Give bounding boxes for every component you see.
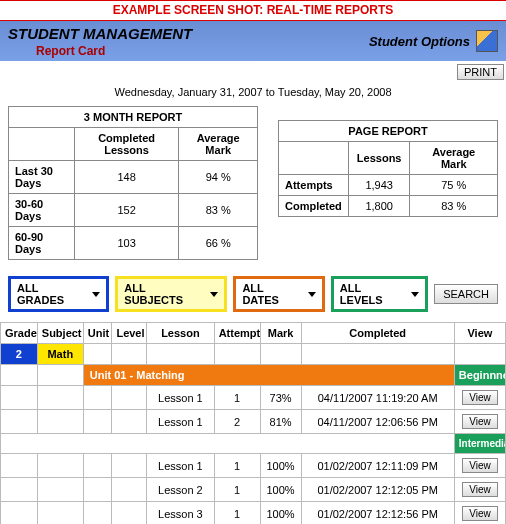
subject-cell: Math	[37, 344, 83, 365]
page-report-title: PAGE REPORT	[279, 121, 498, 142]
date-range: Wednesday, January 31, 2007 to Tuesday, …	[0, 80, 506, 106]
search-button[interactable]: SEARCH	[434, 284, 498, 304]
grade-cell: 2	[1, 344, 38, 365]
view-button[interactable]: View	[462, 390, 498, 405]
chevron-down-icon	[308, 292, 316, 297]
results-grid: Grade Subject Unit Level Lesson Attempt …	[0, 322, 506, 524]
chevron-down-icon	[92, 292, 100, 297]
page-report-table: PAGE REPORT Lessons Average Mark Attempt…	[278, 120, 498, 217]
view-button[interactable]: View	[462, 482, 498, 497]
level-badge-beginner: Beginnner	[454, 365, 505, 386]
filter-dates[interactable]: ALL DATES	[233, 276, 324, 312]
options-icon[interactable]	[476, 30, 498, 52]
chevron-down-icon	[210, 292, 218, 297]
three-month-report-table: 3 MONTH REPORT Completed Lessons Average…	[8, 106, 258, 260]
table-row: Lesson 2 1 100% 01/02/2007 12:12:05 PM V…	[1, 478, 506, 502]
view-button[interactable]: View	[462, 414, 498, 429]
app-title: STUDENT MANAGEMENT	[8, 25, 369, 42]
print-button[interactable]: PRINT	[457, 64, 504, 80]
unit-header: Unit 01 - Matching	[83, 365, 454, 386]
header-bar: STUDENT MANAGEMENT Report Card Student O…	[0, 21, 506, 61]
filter-levels[interactable]: ALL LEVELS	[331, 276, 428, 312]
view-button[interactable]: View	[462, 506, 498, 521]
month-report-title: 3 MONTH REPORT	[9, 107, 258, 128]
filter-subjects[interactable]: ALL SUBJECTS	[115, 276, 227, 312]
table-row: Lesson 1 2 81% 04/11/2007 12:06:56 PM Vi…	[1, 410, 506, 434]
page-subtitle: Report Card	[36, 44, 369, 58]
table-row: Lesson 1 1 73% 04/11/2007 11:19:20 AM Vi…	[1, 386, 506, 410]
table-row: Lesson 3 1 100% 01/02/2007 12:12:56 PM V…	[1, 502, 506, 525]
view-button[interactable]: View	[462, 458, 498, 473]
filter-bar: ALL GRADES ALL SUBJECTS ALL DATES ALL LE…	[0, 270, 506, 322]
student-options-link[interactable]: Student Options	[369, 34, 470, 49]
table-row: Lesson 1 1 100% 01/02/2007 12:11:09 PM V…	[1, 454, 506, 478]
chevron-down-icon	[411, 292, 419, 297]
filter-grades[interactable]: ALL GRADES	[8, 276, 109, 312]
level-badge-intermediate: Intermediate	[454, 434, 505, 454]
example-banner: EXAMPLE SCREEN SHOT: REAL-TIME REPORTS	[0, 0, 506, 21]
